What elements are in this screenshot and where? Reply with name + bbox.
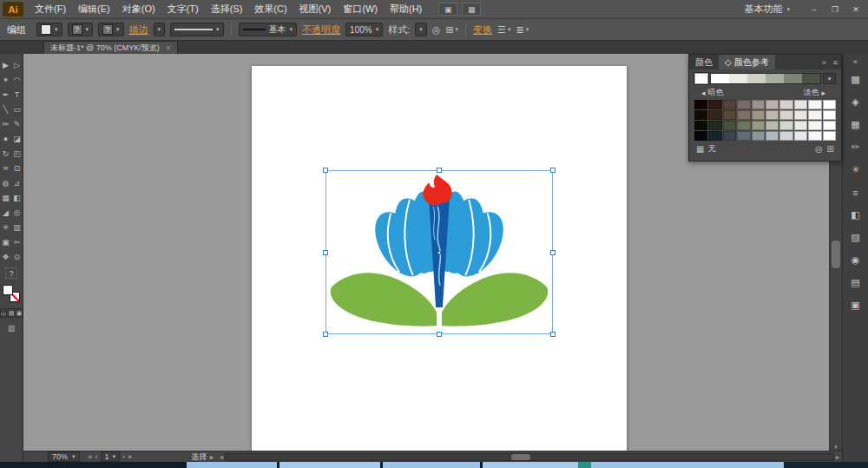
taskbar-window-button[interactable] (279, 462, 380, 468)
selection-tool[interactable]: ▶ (1, 57, 11, 72)
selection-handle[interactable] (550, 168, 556, 173)
taskbar-window-button[interactable] (383, 462, 480, 468)
color-variation-swatch[interactable] (752, 131, 765, 141)
pen-tool[interactable]: ✒ (1, 87, 11, 102)
dock-expand-icon[interactable]: « (853, 57, 858, 66)
color-variation-swatch[interactable] (766, 121, 779, 130)
harmony-strip-swatch[interactable] (802, 74, 820, 83)
harmony-rules-dropdown[interactable]: ▾ (823, 73, 836, 84)
color-variation-swatch[interactable] (823, 131, 836, 141)
help-button[interactable]: ? (5, 267, 17, 279)
color-variation-swatch[interactable] (752, 110, 765, 120)
hand-tool[interactable]: ❖ (1, 249, 11, 264)
last-artboard-button[interactable]: » (128, 452, 132, 461)
limit-colors-icon[interactable]: ▦ (696, 144, 704, 154)
selection-bounding-box[interactable] (326, 170, 553, 334)
column-graph-tool[interactable]: ▥ (12, 220, 23, 234)
swatches-panel-icon[interactable]: ▦ (847, 116, 865, 133)
menu-window[interactable]: 窗口(W) (337, 3, 384, 16)
color-variation-swatch[interactable] (779, 131, 792, 141)
status-menu-icon[interactable]: ▸ (210, 453, 214, 461)
color-variation-swatch[interactable] (737, 131, 750, 141)
color-variation-swatch[interactable] (752, 100, 765, 109)
color-variation-swatch[interactable] (737, 100, 750, 109)
tab-color[interactable]: 颜色 (689, 55, 719, 69)
panel-menu-icon[interactable]: ≡ (830, 55, 841, 69)
color-variation-swatch[interactable] (779, 121, 792, 130)
horizontal-scrollbar[interactable]: ◂ ▸ (220, 453, 839, 461)
close-button[interactable]: ✕ (845, 3, 866, 16)
stroke-panel-link[interactable]: 描边 (129, 23, 148, 36)
color-variation-swatch[interactable] (779, 100, 792, 109)
artboard[interactable] (252, 66, 627, 451)
color-variation-swatch[interactable] (794, 131, 807, 141)
shape-builder-tool[interactable]: ◍ (1, 175, 11, 190)
transparency-panel-icon[interactable]: ▨ (847, 229, 865, 246)
brush-definition-select[interactable]: 基本 ▾ (239, 23, 298, 36)
next-artboard-button[interactable]: › (122, 452, 125, 461)
harmony-strip-swatch[interactable] (784, 74, 802, 83)
app-logo-icon[interactable]: Ai (3, 2, 23, 16)
zoom-level-select[interactable]: 70% ▾ (48, 452, 80, 462)
scroll-left-icon[interactable]: ◂ (701, 89, 706, 97)
transform-panel-link[interactable]: 变换 (473, 23, 492, 36)
stroke-color-dropdown[interactable]: ? ▾ (68, 23, 94, 36)
tab-color-guide[interactable]: ◇ 颜色参考 (719, 55, 775, 69)
harmony-strip-swatch[interactable] (747, 74, 766, 83)
document-tab[interactable]: 未标题-1* @ 70% (CMYK/预览) × (43, 41, 178, 54)
menu-view[interactable]: 视图(V) (293, 3, 338, 16)
mixed-appearance-dropdown[interactable]: ? ▾ (98, 23, 124, 36)
eyedropper-tool[interactable]: ◢ (1, 205, 11, 220)
selection-handle[interactable] (437, 168, 442, 173)
previous-artboard-button[interactable]: ‹ (95, 452, 98, 461)
paintbrush-tool[interactable]: ✏ (1, 116, 11, 131)
scale-tool[interactable]: ◰ (12, 146, 23, 161)
restore-button[interactable]: ❐ (825, 3, 845, 16)
color-variation-swatch[interactable] (766, 110, 779, 120)
vertical-scroll-thumb[interactable] (832, 241, 840, 268)
color-variation-swatch[interactable] (794, 100, 807, 109)
horizontal-scroll-track[interactable] (225, 453, 834, 461)
harmony-color-strip[interactable] (710, 73, 821, 84)
fill-stroke-control[interactable] (3, 285, 20, 302)
stroke-panel-icon[interactable]: ≡ (847, 184, 865, 201)
minimize-button[interactable]: – (804, 3, 825, 16)
type-tool[interactable]: T (12, 87, 23, 102)
color-variation-swatch[interactable] (794, 121, 807, 130)
selection-handle[interactable] (323, 250, 328, 255)
style-select[interactable]: ▾ (415, 23, 427, 36)
color-variation-swatch[interactable] (723, 100, 736, 109)
free-transform-tool[interactable]: ⊡ (12, 161, 23, 175)
menu-edit[interactable]: 编辑(E) (72, 3, 116, 16)
width-tool[interactable]: ≍ (1, 161, 11, 175)
color-variation-swatch[interactable] (808, 110, 821, 120)
opacity-panel-link[interactable]: 不透明度 (302, 23, 340, 36)
slice-tool[interactable]: ✂ (12, 234, 23, 249)
first-artboard-button[interactable]: « (89, 452, 93, 461)
color-variation-swatch[interactable] (808, 100, 821, 109)
gradient-panel-icon[interactable]: ◧ (847, 207, 865, 223)
arrange-documents-icon[interactable]: ▣ (438, 3, 457, 16)
menu-object[interactable]: 对象(O) (116, 3, 161, 16)
menu-help[interactable]: 帮助(H) (384, 3, 428, 16)
artboards-panel-icon[interactable]: ▣ (847, 297, 865, 313)
menu-type[interactable]: 文字(T) (161, 3, 205, 16)
color-variation-swatch[interactable] (723, 131, 736, 141)
color-variation-swatch[interactable] (737, 121, 750, 130)
horizontal-scroll-thumb[interactable] (511, 454, 530, 460)
color-variation-swatch[interactable] (823, 110, 836, 120)
symbols-panel-icon[interactable]: ✳ (847, 161, 865, 178)
color-variation-swatch[interactable] (708, 131, 721, 141)
harmony-strip-swatch[interactable] (729, 74, 747, 83)
eraser-tool[interactable]: ◪ (12, 131, 23, 146)
gradient-tool[interactable]: ◧ (12, 190, 23, 205)
color-panel-icon[interactable]: ▩ (847, 71, 865, 88)
appearance-panel-icon[interactable]: ◉ (847, 252, 865, 268)
zoom-tool[interactable]: ⊙ (12, 249, 23, 264)
color-variation-swatch[interactable] (694, 131, 707, 141)
draw-inside-mode[interactable]: ▣ (16, 308, 23, 318)
magic-wand-tool[interactable]: ✶ (1, 72, 11, 87)
base-color-swatch[interactable] (694, 73, 708, 84)
color-variation-swatch[interactable] (752, 121, 765, 130)
edit-colors-icon[interactable]: ◎ (815, 144, 823, 154)
